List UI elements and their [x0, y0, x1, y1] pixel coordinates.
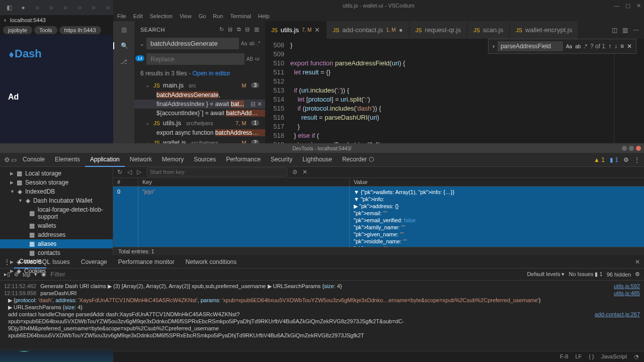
menu-item[interactable]: View	[180, 13, 192, 19]
devtools-tab[interactable]: Elements	[50, 153, 85, 167]
drawer-tab[interactable]: Coverage	[76, 256, 112, 268]
device-icon[interactable]: ▭	[11, 156, 17, 163]
next-icon[interactable]: ▷	[137, 168, 141, 175]
browser-tab[interactable]: ○	[44, 2, 58, 14]
devtools-tab[interactable]: Console	[18, 153, 50, 167]
replace-all-icon[interactable]: ⮓	[255, 56, 260, 62]
search-file-row[interactable]: ⌄JSutils.jssrc/helpers7, M1	[134, 118, 265, 128]
devtools-tab[interactable]: Recorder ⬡	[337, 153, 379, 167]
preserve-case-icon[interactable]: AB	[247, 56, 253, 62]
view-icon[interactable]: ▥	[254, 26, 260, 33]
close-icon[interactable]: ✕	[636, 3, 641, 9]
regex-icon[interactable]: .*	[257, 41, 260, 46]
open-in-editor-link[interactable]: Open in editor	[192, 70, 230, 77]
collapse-icon[interactable]: ⊟	[245, 26, 250, 33]
devtools-tab[interactable]: Lighthouse	[297, 153, 337, 167]
menu-item[interactable]: File	[117, 13, 126, 19]
editor-tab[interactable]: JSutils.js7, M✕	[265, 21, 327, 39]
status-item[interactable]: ◔	[634, 353, 639, 360]
status-item[interactable]: { }	[589, 353, 594, 360]
console-output[interactable]: 12:11:52.462Generate Dash URI claims ▶ (…	[0, 281, 644, 341]
refresh-icon[interactable]: ↻	[117, 168, 122, 175]
tree-node[interactable]: ▦aliases	[0, 239, 113, 248]
browser-tab[interactable]: ◧	[2, 2, 16, 14]
live-icon[interactable]: ◉	[41, 271, 46, 278]
bookmark[interactable]: jojobyte	[3, 26, 32, 34]
close-icon[interactable]	[636, 146, 641, 151]
bookmark[interactable]: Tools	[34, 26, 57, 34]
case-icon[interactable]: Aa	[241, 41, 247, 46]
sidebar-toggle-icon[interactable]: ▸▯	[4, 271, 10, 278]
more-icon[interactable]: ⋯	[633, 27, 639, 34]
menu-item[interactable]: Go	[199, 13, 206, 19]
drawer-menu-icon[interactable]: ⋮	[4, 258, 10, 265]
status-item[interactable]: JavaScript	[601, 353, 627, 360]
toggle-replace-icon[interactable]: ⌄	[139, 40, 144, 47]
drawer-tab[interactable]: Performance monitor	[113, 256, 180, 268]
editor-tab[interactable]: JSscan.js	[467, 21, 510, 39]
replace-input[interactable]	[146, 53, 245, 65]
prev-icon[interactable]: ◁	[127, 168, 132, 175]
hidden-badge[interactable]: 96 hidden	[607, 272, 631, 278]
menu-item[interactable]: Help	[258, 13, 270, 19]
browser-tab[interactable]: ○	[72, 2, 87, 14]
menu-item[interactable]: Terminal	[230, 13, 252, 19]
browser-tab[interactable]: ○	[30, 2, 44, 14]
bookmark[interactable]: https lh:5443	[59, 26, 101, 34]
col-key[interactable]: Key	[138, 178, 350, 186]
tree-node[interactable]: ▶▦Local storage	[0, 169, 113, 178]
close-drawer-icon[interactable]: ✕	[635, 258, 640, 265]
clear-icon[interactable]: ⊟	[228, 26, 233, 33]
tree-node[interactable]: ▼◈IndexedDB	[0, 187, 113, 196]
filter-input[interactable]	[50, 270, 111, 278]
more-icon[interactable]: ⋮	[634, 156, 640, 163]
search-input[interactable]	[146, 38, 239, 49]
key-filter-input[interactable]	[146, 167, 287, 176]
selection-icon[interactable]: ≡	[620, 43, 624, 50]
info-badge[interactable]: ▮ 1	[610, 156, 618, 163]
tree-node[interactable]: ▶▦Session storage	[0, 178, 113, 187]
regex-icon[interactable]: .*	[584, 44, 587, 49]
new-editor-icon[interactable]: ⧉	[237, 26, 242, 33]
case-icon[interactable]: Aa	[566, 44, 572, 49]
editor-tab[interactable]: JSrequest-qr.js	[410, 21, 467, 39]
tree-node[interactable]: ▦wallets	[0, 221, 113, 230]
tree-node[interactable]: ▼◈Dash Incubator Wallet	[0, 196, 113, 205]
editor-tab[interactable]: JSadd-contact.js1, M●	[327, 21, 409, 39]
menu-item[interactable]: Run	[213, 13, 223, 19]
menu-item[interactable]: Selection	[150, 13, 173, 19]
minimize-icon[interactable]: —	[614, 3, 619, 9]
devtools-tab[interactable]: Sources	[189, 153, 221, 167]
minimize-icon[interactable]	[622, 146, 627, 151]
col-value[interactable]: Value	[350, 178, 644, 186]
tree-node[interactable]: ▦addresses	[0, 230, 113, 239]
search-match-row[interactable]: finalAddressIndex } = await bat...⊟ ✕	[134, 100, 265, 109]
search-icon[interactable]: 🔍	[113, 42, 134, 49]
devtools-tab[interactable]: Memory	[157, 153, 189, 167]
warnings-badge[interactable]: ▲ 1	[594, 156, 605, 163]
drawer-tab[interactable]: Issues	[47, 256, 75, 268]
next-match-icon[interactable]: ↓	[614, 43, 617, 50]
address-bar[interactable]: localhost:5443	[10, 17, 109, 23]
close-icon[interactable]: ✕	[302, 168, 307, 175]
browser-tab[interactable]: ○	[87, 2, 101, 14]
find-input[interactable]	[498, 41, 563, 51]
devtools-tab[interactable]: Network	[125, 153, 157, 167]
context-select[interactable]: top	[23, 272, 30, 278]
search-match-row[interactable]: export async function batchAddressGene..…	[134, 128, 265, 137]
devtools-tab[interactable]: Security	[266, 153, 297, 167]
split-icon[interactable]: ◫	[612, 27, 617, 34]
refresh-icon[interactable]: ↻	[219, 26, 224, 33]
menu-item[interactable]: Edit	[133, 13, 143, 19]
explorer-icon[interactable]: ▥	[121, 26, 127, 33]
layout-icon[interactable]: ▥	[622, 27, 628, 34]
issues-badge[interactable]: No Issues ▮ 1	[569, 271, 603, 278]
status-item[interactable]: LF	[575, 353, 582, 360]
browser-tab[interactable]: ○	[58, 2, 72, 14]
prev-match-icon[interactable]: ↑	[608, 43, 611, 50]
tree-node[interactable]: ▦local-forage-detect-blob-support	[0, 205, 113, 221]
browser-tab[interactable]: ○	[101, 2, 115, 14]
search-file-row[interactable]: ⌄JSmain.jssrcM3	[134, 80, 265, 90]
close-icon[interactable]: ✕	[627, 43, 632, 50]
col-index[interactable]: #	[113, 178, 138, 186]
